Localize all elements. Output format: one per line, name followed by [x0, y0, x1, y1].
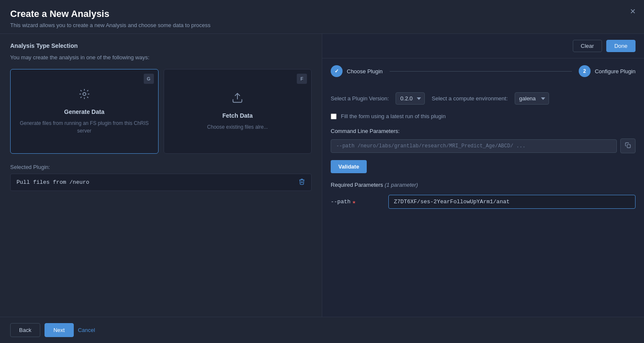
- copy-command-button[interactable]: [620, 138, 636, 153]
- param-path-name: --path ★: [331, 198, 382, 205]
- card-badge-f: F: [297, 74, 307, 84]
- fetch-card-title: Fetch Data: [222, 112, 253, 119]
- create-analysis-modal: Create a New Analysis This wizard allows…: [0, 0, 644, 343]
- right-panel: Clear Done ✓ Choose Plugin 2 Configure P…: [322, 34, 644, 317]
- plugin-version-row: Select a Plugin Version: 0.2.0 0.1.0 0.3…: [331, 92, 636, 105]
- step-choose-plugin: ✓ Choose Plugin: [331, 65, 383, 77]
- modal-header: Create a New Analysis This wizard allows…: [0, 0, 644, 34]
- generate-card-desc: Generate files from running an FS plugin…: [17, 119, 151, 135]
- step-configure-plugin: 2 Configure Plugin: [579, 65, 636, 77]
- section-title: Analysis Type Selection: [10, 42, 312, 49]
- right-panel-header: Clear Done: [322, 34, 644, 58]
- required-params-label: Required Parameters (1 parameter): [331, 182, 636, 188]
- left-panel: Analysis Type Selection You may create t…: [0, 34, 322, 317]
- generate-icon: [78, 88, 90, 102]
- selected-plugin-row: Pull files from /neuro: [10, 174, 312, 191]
- svg-point-1: [83, 93, 86, 96]
- cards-row: G Generate Data Generate files from runn…: [10, 69, 312, 154]
- right-panel-content: Select a Plugin Version: 0.2.0 0.1.0 0.3…: [322, 84, 644, 317]
- compute-env-label: Select a compute environment:: [432, 95, 507, 102]
- next-button[interactable]: Next: [45, 323, 74, 337]
- modal-body: Analysis Type Selection You may create t…: [0, 34, 644, 317]
- plugin-version-select[interactable]: 0.2.0 0.1.0 0.3.0: [396, 92, 425, 105]
- selected-plugin-label: Selected Plugin:: [10, 164, 312, 170]
- back-button[interactable]: Back: [10, 323, 40, 337]
- step-1-checkmark: ✓: [335, 68, 339, 74]
- steps-row: ✓ Choose Plugin 2 Configure Plugin: [322, 58, 644, 84]
- fetch-icon: [231, 92, 243, 106]
- command-line-row: [331, 138, 636, 153]
- svg-rect-3: [627, 144, 630, 148]
- param-required-indicator: ★: [352, 198, 356, 205]
- step-divider: [390, 71, 572, 72]
- step-2-label: Configure Plugin: [595, 68, 636, 75]
- modal-footer: Back Next Cancel: [0, 317, 644, 343]
- step-1-label: Choose Plugin: [347, 68, 383, 75]
- section-description: You may create the analysis in one of th…: [10, 54, 312, 61]
- fill-form-row: Fill the form using a latest run of this…: [331, 113, 636, 119]
- done-button[interactable]: Done: [606, 40, 636, 52]
- command-line-input[interactable]: [331, 139, 617, 153]
- validate-button[interactable]: Validate: [331, 160, 367, 173]
- delete-plugin-button[interactable]: [298, 178, 305, 186]
- step-2-number: 2: [583, 68, 586, 74]
- generate-card-title: Generate Data: [64, 108, 104, 115]
- cancel-button[interactable]: Cancel: [78, 327, 95, 333]
- command-line-label: Command Line Parameters:: [331, 128, 636, 134]
- param-path-row: --path ★: [331, 195, 636, 209]
- card-badge-g: G: [144, 74, 154, 84]
- fill-form-checkbox[interactable]: [331, 113, 337, 119]
- step-1-circle: ✓: [331, 65, 343, 77]
- selected-plugin-name: Pull files from /neuro: [17, 179, 89, 185]
- modal-title: Create a New Analysis: [10, 8, 634, 19]
- close-button[interactable]: ×: [630, 7, 636, 16]
- fetch-card-desc: Choose existing files alre...: [207, 123, 268, 131]
- plugin-version-label: Select a Plugin Version:: [331, 95, 389, 102]
- step-2-circle: 2: [579, 65, 591, 77]
- param-path-input[interactable]: [388, 195, 636, 209]
- generate-data-card[interactable]: G Generate Data Generate files from runn…: [10, 69, 159, 154]
- fill-form-label[interactable]: Fill the form using a latest run of this…: [341, 113, 446, 119]
- fetch-data-card[interactable]: F Fetch Data Choose existing files alre.…: [164, 69, 312, 154]
- clear-button[interactable]: Clear: [573, 40, 602, 52]
- compute-env-select[interactable]: galena local remote: [515, 92, 549, 105]
- modal-subtitle: This wizard allows you to create a new A…: [10, 22, 634, 28]
